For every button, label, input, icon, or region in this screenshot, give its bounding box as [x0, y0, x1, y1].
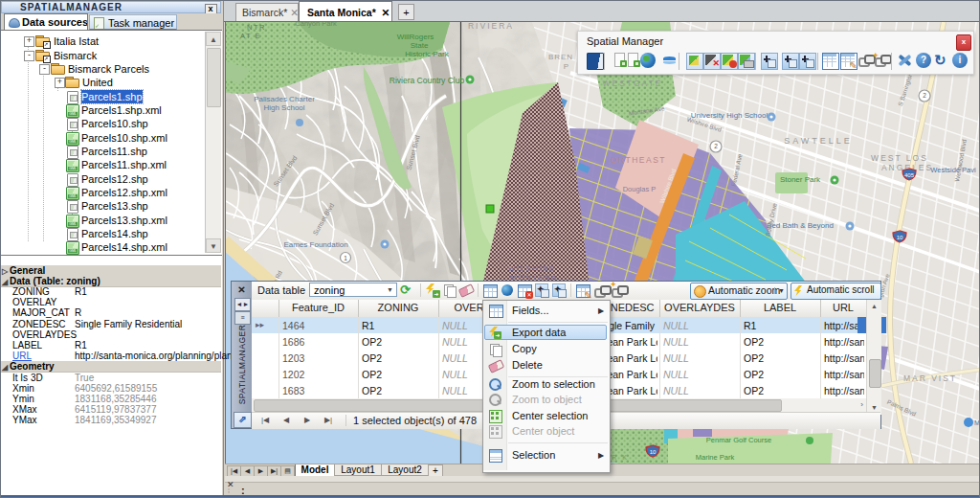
svg-text:WILSHIRE: WILSHIRE: [508, 264, 557, 273]
svg-text:Canyon Park: Canyon Park: [295, 22, 337, 28]
svg-text:Douglas P: Douglas P: [623, 185, 657, 193]
svg-text:2: 2: [714, 143, 718, 149]
svg-text:Marine Park: Marine Park: [696, 453, 735, 462]
svg-text:Penmar Golf Course: Penmar Golf Course: [706, 436, 771, 444]
svg-text:Eames Foundation: Eames Foundation: [283, 240, 347, 249]
svg-text:University High School: University High School: [691, 111, 768, 120]
svg-text:RIVIERA: RIVIERA: [468, 22, 514, 31]
svg-text:High School: High School: [263, 103, 304, 112]
svg-text:10: 10: [650, 449, 657, 455]
svg-text:NTR: NTR: [247, 23, 266, 32]
svg-text:M: M: [974, 419, 980, 426]
svg-text:2: 2: [923, 92, 926, 99]
svg-text:405: 405: [904, 172, 915, 178]
svg-text:Historic Park: Historic Park: [405, 50, 449, 58]
svg-text:10: 10: [897, 235, 903, 240]
svg-text:WEST LOS: WEST LOS: [871, 153, 928, 163]
svg-text:Riviera Country Club: Riviera Country Club: [390, 76, 465, 85]
svg-text:SAWTELLE: SAWTELLE: [784, 136, 853, 146]
svg-text:State: State: [411, 41, 429, 50]
svg-text:P: P: [564, 62, 569, 71]
svg-text:WESTGATE: WESTGATE: [602, 79, 662, 88]
svg-text:MAR VIST: MAR VIST: [903, 374, 957, 383]
svg-text:BREN: BREN: [548, 53, 573, 61]
svg-text:1: 1: [344, 255, 347, 261]
svg-text:Westside Pavi: Westside Pavi: [930, 166, 976, 174]
svg-text:ORTHEAST: ORTHEAST: [611, 155, 666, 165]
svg-text:Palisades Charter: Palisades Charter: [254, 95, 315, 103]
svg-text:WillRogers: WillRogers: [397, 33, 434, 41]
svg-text:Bed Bath & Beyond: Bed Bath & Beyond: [767, 221, 834, 230]
svg-text:AT E: AT E: [240, 32, 261, 40]
svg-text:Stoner Park: Stoner Park: [780, 175, 821, 184]
